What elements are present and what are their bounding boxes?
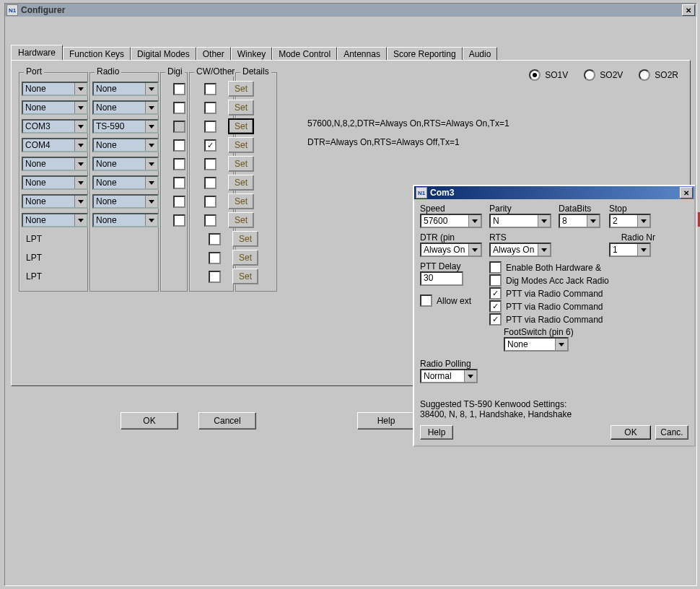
group-label: Port xyxy=(24,66,44,77)
opt-checkbox[interactable]: ✓ xyxy=(489,287,502,300)
dialog-cancel-button[interactable]: Canc. xyxy=(655,425,688,440)
cw-checkbox[interactable] xyxy=(204,102,216,114)
tab-winkey[interactable]: Winkey xyxy=(231,47,272,61)
radio-select[interactable]: None xyxy=(92,157,159,171)
digi-checkbox[interactable] xyxy=(173,102,185,114)
titlebar[interactable]: N1 Configurer ✕ xyxy=(5,4,696,17)
lpt-row: LPTSet xyxy=(22,230,258,248)
set-button[interactable]: Set xyxy=(228,156,254,172)
tab-other[interactable]: Other xyxy=(196,47,231,61)
cw-checkbox[interactable] xyxy=(209,233,221,245)
radionr-select[interactable]: 1 xyxy=(609,243,651,257)
rts-select[interactable]: Always On xyxy=(489,243,551,257)
set-button[interactable]: Set xyxy=(232,269,258,284)
port-select[interactable]: None xyxy=(22,157,88,171)
radio-so2r[interactable]: SO2R xyxy=(639,69,678,81)
help-button[interactable]: Help xyxy=(357,412,415,429)
group-label: Details xyxy=(240,66,271,77)
set-button[interactable]: Set xyxy=(228,81,254,97)
ptt-delay-input[interactable]: 30 xyxy=(420,271,463,286)
dtr-label: DTR (pin xyxy=(420,232,485,243)
set-button[interactable]: Set xyxy=(228,212,254,228)
digi-checkbox[interactable] xyxy=(173,214,185,227)
dialog-ok-button[interactable]: OK xyxy=(611,425,651,440)
ptt-delay-label: PTT Delay xyxy=(420,261,485,271)
port-select[interactable]: None xyxy=(22,175,88,190)
databits-select[interactable]: 8 xyxy=(559,214,600,228)
port-select[interactable]: COM4 xyxy=(22,138,88,152)
stop-select[interactable]: 2 xyxy=(609,214,651,228)
digi-checkbox[interactable] xyxy=(173,177,185,189)
radio-select[interactable]: None xyxy=(92,138,159,152)
tab-row: Hardware Function Keys Digital Modes Oth… xyxy=(11,44,696,60)
set-button[interactable]: Set xyxy=(228,175,254,191)
suggest-line1: Suggested TS-590 Kenwood Settings: xyxy=(420,399,688,409)
digi-checkbox[interactable] xyxy=(173,139,185,152)
footswitch-select[interactable]: None xyxy=(504,337,569,352)
radio-so1v[interactable]: SO1V xyxy=(529,69,568,81)
cw-checkbox[interactable] xyxy=(209,252,221,264)
tab-antennas[interactable]: Antennas xyxy=(337,47,387,61)
set-button[interactable]: Set xyxy=(228,118,254,134)
dialog-icon: N1 xyxy=(416,187,427,198)
speed-label: Speed xyxy=(420,204,485,214)
cancel-button[interactable]: Cancel xyxy=(198,412,256,429)
speed-select[interactable]: 57600 xyxy=(420,214,482,228)
tab-function-keys[interactable]: Function Keys xyxy=(63,47,131,61)
radio-select[interactable]: TS-590 xyxy=(92,119,159,134)
radio-label: SO2V xyxy=(600,70,623,80)
dtr-select[interactable]: Always On xyxy=(420,243,482,257)
opt-checkbox[interactable]: ✓ xyxy=(489,300,502,313)
digi-checkbox[interactable] xyxy=(173,83,185,95)
port-select[interactable]: None xyxy=(22,194,88,209)
dialog-titlebar[interactable]: N1 Com3 ✕ xyxy=(414,186,694,199)
radionr-label: Radio Nr xyxy=(609,232,655,243)
tab-hardware[interactable]: Hardware xyxy=(11,45,63,60)
set-button[interactable]: Set xyxy=(228,193,254,209)
ok-button[interactable]: OK xyxy=(121,412,178,429)
radio-select[interactable]: None xyxy=(92,82,159,96)
so-mode-group: SO1V SO2V SO2R xyxy=(529,69,678,81)
dialog-close-button[interactable]: ✕ xyxy=(680,187,693,198)
digi-checkbox[interactable] xyxy=(173,196,185,208)
port-select[interactable]: None xyxy=(22,213,88,227)
opt-checkbox[interactable]: ✓ xyxy=(489,313,502,326)
digi-checkbox xyxy=(173,121,185,133)
opt-checkbox[interactable] xyxy=(489,274,502,287)
tab-audio[interactable]: Audio xyxy=(463,47,498,61)
polling-select[interactable]: Normal xyxy=(420,369,478,383)
digi-checkbox[interactable] xyxy=(173,158,185,170)
port-select[interactable]: None xyxy=(22,100,88,115)
cw-checkbox[interactable] xyxy=(204,177,216,189)
set-button[interactable]: Set xyxy=(228,137,254,153)
cw-checkbox[interactable]: ✓ xyxy=(204,139,216,152)
parity-select[interactable]: N xyxy=(489,214,551,228)
radio-select[interactable]: None xyxy=(92,194,159,209)
radio-so2v[interactable]: SO2V xyxy=(584,69,623,81)
cw-checkbox[interactable] xyxy=(204,121,216,133)
lpt-row: LPTSet xyxy=(22,248,258,267)
cw-checkbox[interactable] xyxy=(204,196,216,208)
allow-ext-checkbox[interactable] xyxy=(420,294,432,307)
radio-label: SO1V xyxy=(545,70,568,80)
close-button[interactable]: ✕ xyxy=(682,4,695,16)
tab-score-reporting[interactable]: Score Reporting xyxy=(387,47,463,61)
com3-dialog: N1 Com3 ✕ Speed 57600 Parity N DataBits … xyxy=(413,185,696,447)
cw-checkbox[interactable] xyxy=(204,158,216,170)
dialog-help-button[interactable]: Help xyxy=(420,425,453,440)
port-select[interactable]: COM3 xyxy=(22,119,88,134)
radio-select[interactable]: None xyxy=(92,175,159,190)
tab-digital-modes[interactable]: Digital Modes xyxy=(131,47,196,61)
cw-checkbox[interactable] xyxy=(204,83,216,95)
tab-mode-control[interactable]: Mode Control xyxy=(272,47,337,61)
port-select[interactable]: None xyxy=(22,82,88,96)
cw-checkbox[interactable] xyxy=(204,214,216,227)
set-button[interactable]: Set xyxy=(232,231,258,247)
set-button[interactable]: Set xyxy=(228,100,254,115)
set-button[interactable]: Set xyxy=(232,250,258,266)
radio-select[interactable]: None xyxy=(92,100,159,115)
opt-checkbox[interactable] xyxy=(489,261,502,274)
dialog-title: Com3 xyxy=(430,188,680,198)
cw-checkbox[interactable] xyxy=(209,271,221,283)
radio-select[interactable]: None xyxy=(92,213,159,227)
